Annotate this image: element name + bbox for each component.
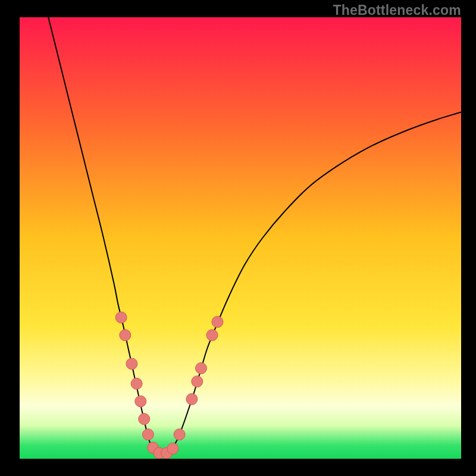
data-marker xyxy=(115,312,127,323)
data-marker xyxy=(131,378,142,389)
chart-frame: TheBottleneck.com xyxy=(0,0,476,476)
data-marker xyxy=(195,362,206,374)
data-marker xyxy=(135,396,146,407)
chart-svg xyxy=(20,17,461,459)
data-marker xyxy=(142,429,154,440)
data-marker xyxy=(212,316,223,327)
watermark: TheBottleneck.com xyxy=(333,2,461,18)
data-marker xyxy=(186,393,198,405)
data-marker xyxy=(174,429,185,440)
plot-area xyxy=(20,17,461,459)
data-marker xyxy=(167,443,178,454)
data-marker xyxy=(120,330,131,341)
data-marker xyxy=(192,376,203,387)
gradient-background xyxy=(20,17,461,459)
data-marker xyxy=(139,414,150,425)
data-marker xyxy=(126,358,137,369)
data-marker xyxy=(206,330,218,341)
